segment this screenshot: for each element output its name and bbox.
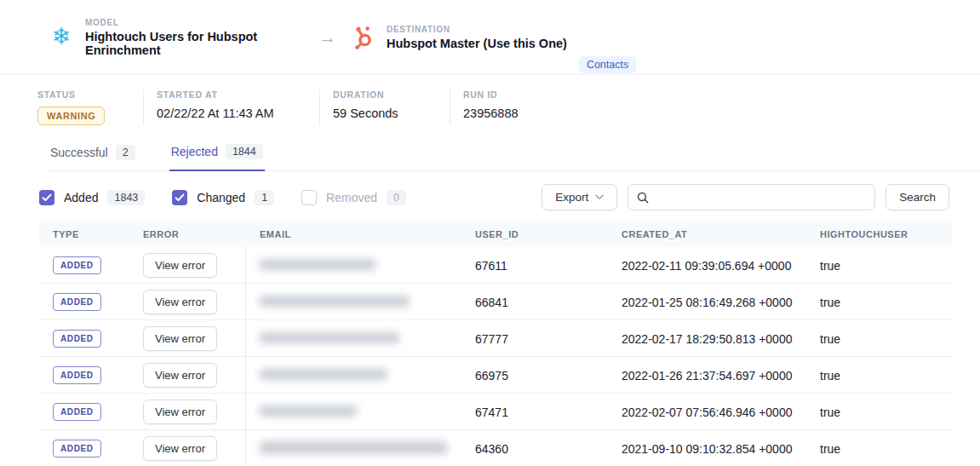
user-id-cell: 66975 [461, 369, 608, 383]
changed-label: Changed [197, 191, 245, 204]
rejected-rows-table: TYPE ERROR EMAIL USER_ID CREATED_AT HIGH… [39, 221, 952, 466]
type-badge: ADDED [53, 403, 101, 421]
type-badge: ADDED [53, 440, 101, 457]
user-id-cell: 67611 [461, 259, 608, 273]
view-error-button[interactable]: View error [143, 253, 217, 278]
table-row: ADDED View error 67471 2022-02-07 07:56:… [39, 394, 952, 430]
table-row: ADDED View error 66841 2022-01-25 08:16:… [39, 284, 952, 320]
redacted-email [260, 441, 447, 454]
hightouchuser-cell: true [806, 296, 952, 309]
destination-node: DESTINATION Hubspot Master (Use this One… [350, 25, 567, 50]
hubspot-icon [350, 25, 375, 50]
tab-successful-label: Successful [50, 146, 108, 159]
search-icon [637, 192, 649, 204]
table-row: ADDED View error 66975 2022-01-26 21:37:… [39, 357, 952, 394]
run-header: ❄ MODEL Hightouch Users for Hubspot Enri… [0, 0, 980, 75]
type-badge: ADDED [53, 366, 101, 384]
status-badge: WARNING [37, 106, 105, 125]
user-id-cell: 67471 [461, 406, 608, 419]
view-error-button[interactable]: View error [143, 400, 217, 424]
started-at-value: 02/22/22 At 11:43 AM [157, 106, 319, 120]
changed-checkbox[interactable] [172, 190, 187, 205]
redacted-email [260, 259, 375, 270]
view-error-button[interactable]: View error [143, 290, 217, 314]
hightouchuser-cell: true [806, 442, 952, 456]
search-button[interactable]: Search [885, 184, 949, 210]
created-at-cell: 2021-09-10 09:10:32.854 +0000 [608, 442, 806, 456]
table-row: ADDED View error 67611 2022-02-11 09:39:… [39, 247, 952, 284]
run-id-label: RUN ID [463, 89, 519, 100]
export-button-label: Export [555, 191, 588, 204]
redacted-email [260, 296, 410, 307]
arrow-right-icon: → [318, 27, 336, 48]
result-tabs: Successful 2 Rejected 1844 [49, 144, 980, 171]
duration-value: 59 Seconds [333, 106, 450, 120]
chevron-down-icon [595, 194, 604, 200]
model-name: Hightouch Users for Hubspot Enrinchment [85, 30, 313, 57]
removed-checkbox[interactable] [301, 190, 317, 205]
snowflake-icon: ❄ [49, 25, 74, 50]
redacted-email [260, 332, 399, 343]
col-created-at: CREATED_AT [608, 229, 806, 239]
filter-changed[interactable]: Changed 1 [172, 190, 274, 205]
model-label: MODEL [85, 18, 313, 27]
search-box[interactable] [628, 184, 875, 210]
status-label: STATUS [37, 89, 143, 100]
export-button[interactable]: Export [542, 184, 617, 210]
model-node: ❄ MODEL Hightouch Users for Hubspot Enri… [49, 18, 313, 57]
duration-label: DURATION [333, 89, 450, 100]
run-info-bar: STATUS WARNING STARTED AT 02/22/22 At 11… [37, 89, 980, 125]
created-at-cell: 2022-02-11 09:39:05.694 +0000 [608, 259, 806, 273]
added-checkbox[interactable] [39, 190, 54, 205]
destination-label: DESTINATION [387, 25, 567, 34]
added-label: Added [64, 191, 98, 204]
hightouchuser-cell: true [806, 332, 952, 346]
redacted-email [260, 406, 357, 417]
type-badge: ADDED [53, 330, 101, 348]
hightouchuser-cell: true [806, 369, 952, 383]
added-count: 1843 [107, 190, 145, 205]
contacts-link[interactable]: Contacts [579, 56, 636, 73]
filter-toolbar: Added 1843 Changed 1 Removed 0 Export [39, 184, 949, 210]
destination-name: Hubspot Master (Use this One) [387, 37, 567, 50]
tab-rejected-count: 1844 [226, 144, 263, 159]
user-id-cell: 64360 [461, 442, 608, 456]
removed-count: 0 [387, 190, 406, 205]
col-error: ERROR [129, 229, 246, 239]
removed-label: Removed [326, 191, 377, 204]
tab-rejected-label: Rejected [171, 145, 218, 158]
tab-rejected[interactable]: Rejected 1844 [169, 144, 265, 171]
hightouchuser-cell: true [806, 406, 952, 419]
user-id-cell: 66841 [461, 296, 608, 309]
hightouchuser-cell: true [806, 259, 952, 273]
user-id-cell: 67777 [461, 332, 608, 346]
col-hightouchuser: HIGHTOUCHUSER [806, 229, 952, 239]
type-badge: ADDED [53, 293, 101, 311]
created-at-cell: 2022-01-26 21:37:54.697 +0000 [608, 369, 806, 383]
changed-count: 1 [255, 190, 274, 205]
filter-removed[interactable]: Removed 0 [301, 190, 406, 205]
run-id-value: 23956888 [463, 106, 519, 120]
view-error-button[interactable]: View error [143, 436, 217, 461]
table-row: ADDED View error 64360 2021-09-10 09:10:… [39, 430, 952, 466]
created-at-cell: 2022-01-25 08:16:49.268 +0000 [608, 296, 806, 309]
col-email: EMAIL [246, 229, 461, 239]
table-header-row: TYPE ERROR EMAIL USER_ID CREATED_AT HIGH… [39, 221, 952, 247]
tab-successful-count: 2 [116, 145, 135, 160]
type-badge: ADDED [53, 256, 101, 274]
created-at-cell: 2022-02-07 07:56:46.946 +0000 [608, 406, 806, 419]
col-type: TYPE [39, 229, 129, 239]
started-at-label: STARTED AT [157, 89, 319, 100]
table-row: ADDED View error 67777 2022-02-17 18:29:… [39, 320, 952, 357]
search-input[interactable] [656, 191, 866, 204]
view-error-button[interactable]: View error [143, 363, 217, 388]
redacted-email [260, 369, 387, 380]
filter-added[interactable]: Added 1843 [39, 190, 145, 205]
created-at-cell: 2022-02-17 18:29:50.813 +0000 [608, 332, 806, 346]
col-user-id: USER_ID [461, 229, 608, 239]
view-error-button[interactable]: View error [143, 326, 217, 351]
tab-successful[interactable]: Successful 2 [49, 144, 137, 170]
